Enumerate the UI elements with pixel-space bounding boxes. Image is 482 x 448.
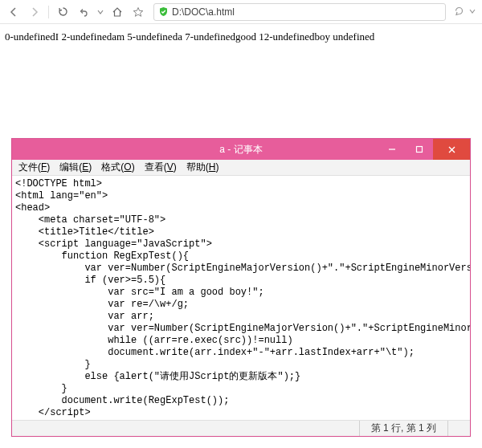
page-output-text: 0-undefinedI 2-undefinedam 5-undefineda … xyxy=(5,31,374,43)
notepad-menubar: 文件(F) 编辑(E) 格式(O) 查看(V) 帮助(H) xyxy=(12,160,470,176)
menu-view[interactable]: 查看(V) xyxy=(141,161,180,174)
shield-icon xyxy=(157,6,169,18)
close-button[interactable] xyxy=(433,139,470,160)
dropdown-icon[interactable] xyxy=(96,3,105,21)
address-text: D:\DOC\a.html xyxy=(172,6,235,18)
svg-rect-1 xyxy=(417,147,423,153)
reload-button[interactable] xyxy=(54,3,71,21)
menu-edit[interactable]: 编辑(E) xyxy=(56,161,95,174)
status-spacer xyxy=(447,421,464,436)
status-cursor: 第 1 行, 第 1 列 xyxy=(359,421,447,436)
bookmark-icon[interactable] xyxy=(454,6,464,18)
back-button[interactable] xyxy=(5,3,22,21)
menu-help[interactable]: 帮助(H) xyxy=(183,161,223,174)
undo-button[interactable] xyxy=(75,3,92,21)
notepad-statusbar: 第 1 行, 第 1 列 xyxy=(12,420,470,436)
notepad-window: a - 记事本 文件(F) 编辑(E) 格式(O) 查看(V) 帮助(H) <!… xyxy=(11,138,471,437)
browser-toolbar: D:\DOC\a.html xyxy=(0,0,482,24)
address-bar[interactable]: D:\DOC\a.html xyxy=(153,3,446,21)
menu-file[interactable]: 文件(F) xyxy=(15,161,53,174)
notepad-body[interactable]: <!DOCTYPE html> <html lang="en"> <head> … xyxy=(12,176,470,420)
minimize-button[interactable] xyxy=(378,139,406,160)
page-output: 0-undefinedI 2-undefinedam 5-undefineda … xyxy=(0,24,482,50)
forward-button[interactable] xyxy=(26,3,43,21)
maximize-button[interactable] xyxy=(406,139,433,160)
notepad-titlebar[interactable]: a - 记事本 xyxy=(12,139,470,160)
notepad-code[interactable]: <!DOCTYPE html> <html lang="en"> <head> … xyxy=(15,178,467,420)
chevron-down-icon[interactable] xyxy=(469,7,476,16)
menu-format[interactable]: 格式(O) xyxy=(98,161,137,174)
separator xyxy=(48,6,49,18)
home-button[interactable] xyxy=(108,3,126,21)
window-controls xyxy=(378,139,470,160)
favorite-button[interactable] xyxy=(129,3,147,21)
